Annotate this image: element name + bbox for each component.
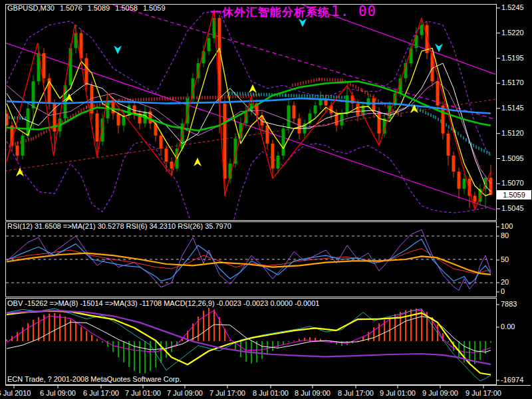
quote-close: 1.5059 (143, 4, 166, 12)
candle-bear (165, 148, 168, 162)
obv-ma8 (7, 311, 491, 375)
candle-bear (43, 53, 46, 78)
candle-bull (340, 114, 344, 126)
candle-bull (122, 116, 126, 126)
price-label: 1.5095 (501, 154, 524, 162)
current-price-value: 1.5059 (503, 191, 525, 199)
rsi-6 (7, 230, 491, 291)
time-label: 8 Jul 09:00 (295, 389, 331, 397)
rsi-scale-label: 50 (501, 255, 509, 263)
candle-bear (133, 105, 136, 113)
candle-bear (160, 136, 163, 149)
candle-bear (85, 59, 88, 86)
obv-ma33 (7, 311, 491, 364)
rsi-26 (7, 249, 491, 274)
time-label: 7 Jul 17:00 (209, 389, 245, 397)
candle-bear (378, 112, 381, 134)
buy-arrow-icon (249, 84, 257, 93)
obv-scale-label: 7883 (501, 300, 517, 308)
price-label: 1.5245 (501, 3, 524, 11)
candle-bear (16, 146, 19, 156)
time-label: 7 Jul 01:00 (125, 389, 161, 397)
sell-arrow-icon (114, 45, 122, 54)
candle-bull (106, 101, 110, 118)
candle-bear (218, 18, 221, 103)
macd-signal (7, 317, 491, 352)
obv (7, 309, 491, 381)
bollinger-upper (7, 11, 491, 156)
candle-bull (128, 105, 131, 115)
time-label: 8 Jul 01:00 (253, 389, 289, 397)
rsi-ma21 (7, 253, 491, 275)
rsi-12 (7, 239, 491, 285)
chart-canvas[interactable] (0, 0, 532, 399)
rsi-scale-label: 20 (501, 278, 509, 286)
time-label: 9 Jul 09:00 (422, 389, 458, 397)
candle-bear (372, 98, 376, 112)
candle-bear (170, 162, 174, 169)
candle-bull (314, 105, 317, 113)
candle-bull (277, 156, 280, 169)
candle-bull (420, 25, 424, 35)
candle-bear (447, 134, 450, 156)
candle-bear (489, 178, 493, 195)
candle-bear (112, 101, 115, 113)
watermark-version: 1. 00 (331, 3, 376, 19)
current-price-box: 1.5059 (497, 190, 531, 200)
candle-bear (266, 126, 269, 144)
candle-bear (293, 105, 296, 118)
sell-arrow-icon (435, 43, 443, 52)
candle-bear (117, 114, 120, 126)
watermark-text: 一休外汇智能分析系统 (210, 6, 330, 19)
time-label: 8 Jul 17:00 (338, 389, 374, 397)
price-label: 1.5195 (501, 54, 524, 62)
candle-bear (436, 81, 440, 105)
time-label: 6 Jul 09:00 (40, 389, 76, 397)
candle-bear (458, 172, 461, 189)
symbol-ohlc-header: GBPUSD,M301.50761.50891.50581.5059 (7, 4, 171, 12)
obv-scale-label: 0.00 (501, 323, 515, 331)
candle-bear (271, 144, 275, 169)
candle-bull (207, 38, 211, 51)
price-label: 1.5045 (501, 204, 524, 212)
mt4-chart-window: GBPUSD,M301.50761.50891.50581.5059 一休外汇智… (0, 0, 532, 399)
price-label: 1.5220 (501, 29, 524, 37)
rsi-scale-label: 0 (501, 287, 505, 295)
quote-open: 1.5076 (60, 4, 82, 12)
candle-bull (287, 105, 291, 128)
candle-bear (223, 103, 227, 178)
quote-high: 1.5089 (88, 4, 110, 12)
channel-line-lower (0, 41, 495, 210)
symbol-label: GBPUSD,M30 (7, 4, 55, 12)
watermark: 一休外汇智能分析系统1. 00 (210, 3, 376, 20)
price-label: 1.5120 (501, 129, 524, 137)
time-label: 9 Jul 01:00 (380, 389, 416, 397)
candle-bear (473, 196, 477, 201)
rsi-scale-label: 80 (501, 231, 509, 239)
time-label: 6 Jul 2010 (0, 389, 31, 397)
ma-white (7, 63, 491, 192)
obv-indicator-header: OBV -15262 =>MA(8) -15014 =>MA(33) -1170… (7, 299, 319, 307)
time-label: 9 Jul 17:00 (466, 389, 501, 397)
copyright-label: ECN Trade, ? 2001-2008 MetaQuotes Softwa… (7, 375, 182, 383)
rsi-scale-label: 100 (501, 222, 513, 230)
buy-arrow-icon (194, 158, 201, 166)
candle-bear (96, 114, 99, 142)
candle-bull (21, 136, 25, 156)
candle-bull (32, 81, 35, 108)
candle-bull (245, 112, 248, 124)
time-label: 6 Jul 17:00 (83, 389, 119, 397)
candle-bull (346, 95, 349, 113)
price-label: 1.5145 (501, 104, 524, 112)
price-label: 1.5070 (501, 179, 524, 187)
obv-scale-label: -16974 (501, 376, 523, 384)
candle-bull (282, 128, 285, 156)
candle-bear (452, 156, 456, 172)
candle-bull (367, 98, 370, 106)
time-label: 7 Jul 09:00 (167, 389, 203, 397)
candle-bull (463, 179, 466, 189)
quote-low: 1.5058 (115, 4, 138, 12)
price-label: 1.5170 (501, 78, 524, 86)
rsi-indicator-header: RSI(12) 31.6508 =>MA(21) 30.5278 RSI(6) … (7, 222, 231, 230)
